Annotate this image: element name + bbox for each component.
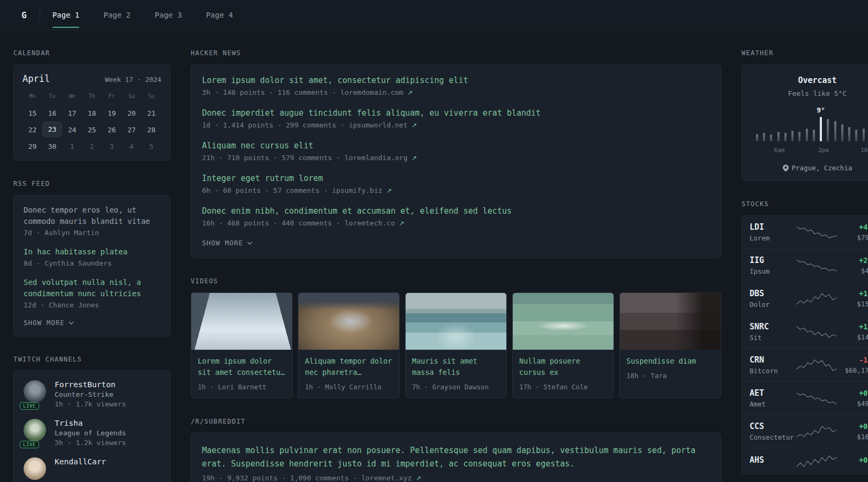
calendar-day[interactable]: 4 <box>122 138 141 154</box>
external-link-icon[interactable]: ↗ <box>386 187 392 194</box>
hn-item-domain[interactable]: ipsumify.biz <box>332 186 383 194</box>
weather-bar <box>784 133 787 141</box>
rss-item[interactable]: In hac habitasse platea 8d · Cynthia Sau… <box>24 246 160 267</box>
stock-row[interactable]: LDI Lorem +4.35% $795.18 <box>742 216 868 249</box>
rss-item-title[interactable]: In hac habitasse platea <box>24 246 160 258</box>
subreddit-card: Maecenas mollis pulvinar erat non posuer… <box>191 433 721 482</box>
external-link-icon[interactable]: ↗ <box>411 122 417 129</box>
video-card[interactable]: Suspendisse diam 18h · Tara <box>619 292 721 398</box>
calendar-day[interactable]: 16 <box>42 105 62 120</box>
tab-page-4[interactable]: Page 4 <box>206 0 233 31</box>
stock-row[interactable]: CRN Bitcorn -1.00% $66,171.48 <box>742 349 868 382</box>
rss-item-title[interactable]: Sed volutpat nulla nisl, a condimentum n… <box>24 277 160 299</box>
calendar-day[interactable]: 17 <box>62 105 82 120</box>
calendar-day[interactable]: 22 <box>23 122 42 137</box>
video-thumbnail[interactable] <box>620 293 721 350</box>
tab-page-1[interactable]: Page 1 <box>53 0 80 31</box>
rss-item[interactable]: Donec tempor eros leo, ut commodo mauris… <box>24 205 160 237</box>
stock-row[interactable]: AHS +0.46% <box>742 448 868 474</box>
external-link-icon[interactable]: ↗ <box>411 154 417 162</box>
hn-show-more-button[interactable]: SHOW MORE <box>202 239 710 247</box>
calendar-day[interactable]: 18 <box>82 105 102 120</box>
stock-ticker: AET <box>750 388 796 398</box>
video-title[interactable]: Nullam posuere cursus ex <box>519 356 607 378</box>
video-title[interactable]: Lorem ipsum dolor sit amet consectetu… <box>198 356 286 378</box>
calendar-grid: MoTuWeThFrSaSu15161718192021222324252627… <box>23 89 161 154</box>
stock-name: Amet <box>750 400 796 408</box>
external-link-icon[interactable]: ↗ <box>399 220 405 227</box>
stock-name: Consectetur <box>750 433 796 441</box>
stock-row[interactable]: DBS Dolor +1.42% $156.28 <box>742 282 868 315</box>
video-thumbnail[interactable] <box>513 293 613 350</box>
video-title[interactable]: Mauris sit amet massa felis <box>412 356 500 378</box>
twitch-channel[interactable]: LIVE ForrestBurton Counter-Strike 1h · 1… <box>24 380 160 408</box>
stock-price: $499.72 <box>837 400 868 408</box>
calendar-day[interactable]: 27 <box>122 122 141 137</box>
calendar-day[interactable]: 28 <box>141 122 161 137</box>
hn-item-domain[interactable]: loremdomain.com <box>340 88 403 96</box>
calendar-day[interactable]: 20 <box>122 105 141 120</box>
rss-item[interactable]: Sed volutpat nulla nisl, a condimentum n… <box>24 277 160 309</box>
tab-page-3[interactable]: Page 3 <box>155 0 182 31</box>
video-card[interactable]: Lorem ipsum dolor sit amet consectetu… 1… <box>191 292 293 398</box>
hacker-news-card: Lorem ipsum dolor sit amet, consectetur … <box>191 64 721 258</box>
stock-row[interactable]: IIG Ipsum +2.84% $42.04 <box>742 249 868 282</box>
calendar-day[interactable]: 29 <box>23 138 42 154</box>
hacker-news-heading: HACKER NEWS <box>191 49 721 57</box>
hn-item-title[interactable]: Lorem ipsum dolor sit amet, consectetur … <box>202 76 710 85</box>
stock-change: +0.46% <box>837 456 868 464</box>
video-meta: 18h · Tara <box>626 372 714 380</box>
subreddit-post-title[interactable]: Maecenas mollis pulvinar erat non posuer… <box>202 444 710 471</box>
video-thumbnail[interactable] <box>406 293 506 350</box>
video-thumbnail[interactable] <box>298 293 399 350</box>
external-link-icon[interactable]: ↗ <box>408 89 413 96</box>
twitch-channel[interactable]: LIVE Trisha League of Legends 3h · 1.2k … <box>24 419 160 447</box>
hn-item-domain[interactable]: loremtech.co <box>345 219 395 227</box>
channel-name[interactable]: KendallCarr <box>55 457 106 466</box>
channel-name[interactable]: ForrestBurton <box>55 380 126 389</box>
stock-sparkline <box>796 292 837 305</box>
calendar-weekday: Fr <box>102 89 122 104</box>
calendar-day[interactable]: 5 <box>141 138 161 154</box>
avatar: LIVE <box>24 419 47 447</box>
video-title[interactable]: Aliquam tempor dolor nec pharetra… <box>305 356 393 378</box>
video-card[interactable]: Mauris sit amet massa felis 7h · Grayson… <box>405 292 507 398</box>
calendar-day[interactable]: 25 <box>82 122 102 137</box>
channel-name[interactable]: Trisha <box>55 419 126 427</box>
hn-item-domain[interactable]: ipsumworld.net <box>349 121 408 129</box>
hn-item-title[interactable]: Integer eget rutrum lorem <box>202 174 710 183</box>
calendar-day[interactable]: 3 <box>102 138 122 154</box>
video-thumbnail[interactable] <box>191 293 292 350</box>
tab-page-2[interactable]: Page 2 <box>103 0 131 31</box>
calendar-day[interactable]: 23 <box>42 122 62 137</box>
video-card[interactable]: Aliquam tempor dolor nec pharetra… 1h · … <box>298 292 400 398</box>
channel-game: League of Legends <box>55 429 126 437</box>
twitch-channel[interactable]: KendallCarr <box>24 457 160 480</box>
calendar-day[interactable]: 26 <box>102 122 122 137</box>
calendar-day[interactable]: 21 <box>141 105 161 120</box>
video-card[interactable]: Nullam posuere cursus ex 17h · Stefan Co… <box>512 292 614 398</box>
video-title[interactable]: Suspendisse diam <box>626 356 714 367</box>
stock-row[interactable]: SNRC Sit +1.36% $148.64 <box>742 315 868 349</box>
stock-row[interactable]: AET Amet +0.92% $499.72 <box>742 382 868 415</box>
live-badge: LIVE <box>20 402 39 410</box>
subreddit-post-domain[interactable]: loremnet.xyz <box>361 474 411 482</box>
external-link-icon[interactable]: ↗ <box>416 475 421 482</box>
calendar-day[interactable]: 15 <box>23 105 42 120</box>
calendar-day[interactable]: 30 <box>42 138 62 154</box>
weather-time-label: 2pm <box>818 147 829 154</box>
hn-item-title[interactable]: Donec enim nibh, condimentum et accumsan… <box>202 206 710 216</box>
hn-item-domain[interactable]: loremlandia.org <box>345 154 407 162</box>
calendar-day[interactable]: 19 <box>102 105 122 120</box>
calendar-day[interactable]: 24 <box>62 122 82 137</box>
stock-row[interactable]: CCS Consectetur +0.51% $165.84 <box>742 415 868 448</box>
calendar-day[interactable]: 2 <box>82 138 102 154</box>
rss-show-more-button[interactable]: SHOW MORE <box>24 319 160 327</box>
calendar-day[interactable]: 1 <box>62 138 82 154</box>
weather-bar <box>777 132 780 141</box>
hn-item-title[interactable]: Aliquam nec cursus elit <box>202 141 710 150</box>
stock-price: $795.18 <box>837 234 868 242</box>
hn-item-title[interactable]: Donec imperdiet augue tincidunt felis al… <box>202 108 710 118</box>
rss-card: Donec tempor eros leo, ut commodo mauris… <box>13 195 170 336</box>
rss-item-title[interactable]: Donec tempor eros leo, ut commodo mauris… <box>24 205 160 227</box>
